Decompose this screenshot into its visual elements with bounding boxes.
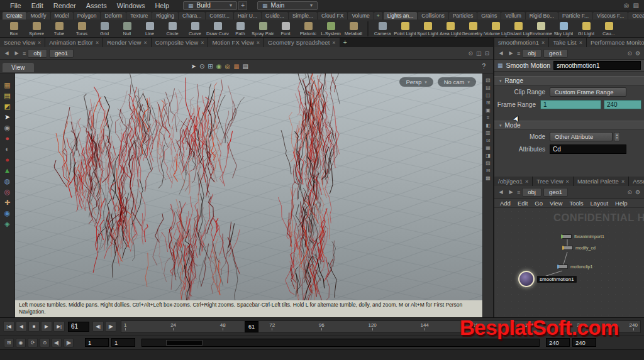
- pin-icon[interactable]: ⊙: [627, 50, 632, 57]
- shelf-tool[interactable]: Metaball: [342, 21, 365, 36]
- menu-icon[interactable]: ≡: [517, 50, 520, 57]
- menu-item[interactable]: File: [5, 1, 26, 10]
- add-shelf-tab-button[interactable]: +: [374, 12, 382, 19]
- node-motionclip1[interactable]: motionclip1: [557, 265, 592, 269]
- pose-tool-icon[interactable]: ◎: [4, 188, 11, 195]
- close-icon[interactable]: ×: [579, 40, 582, 46]
- shelf-tool[interactable]: Path: [229, 21, 252, 36]
- shelf-tab[interactable]: Rigid Bo...: [526, 12, 558, 19]
- camera-menu-nocam[interactable]: No cam ▾: [438, 77, 476, 87]
- shelf-tool[interactable]: Grid: [93, 21, 116, 36]
- shelf-tab[interactable]: Oceans: [628, 12, 644, 19]
- shelf-tool[interactable]: Geometry Light: [462, 21, 484, 36]
- notes-icon[interactable]: ▤: [4, 92, 10, 99]
- visibility-icon[interactable]: ◐: [5, 145, 9, 153]
- character-icon[interactable]: ◍: [4, 177, 11, 185]
- back-icon[interactable]: ◀: [3, 49, 11, 57]
- viewport-help-icon[interactable]: ?: [482, 63, 491, 70]
- jump-to-end-button[interactable]: ▶|: [53, 321, 65, 332]
- audio-icon[interactable]: ◉: [16, 338, 26, 347]
- attributes-field[interactable]: [550, 145, 626, 154]
- network-menu-item[interactable]: Add: [500, 200, 511, 207]
- shelf-tool[interactable]: Point Light: [394, 21, 416, 36]
- shelf-tool[interactable]: Sphere: [25, 21, 48, 36]
- shelf-tab[interactable]: Texture: [126, 12, 152, 19]
- jump-to-start-button[interactable]: |◀: [3, 321, 14, 332]
- shelf-tab[interactable]: Lights an...: [384, 12, 418, 19]
- shelf-tab[interactable]: Viscous F...: [593, 12, 628, 19]
- global-range-start-field[interactable]: [85, 338, 109, 347]
- pane-tab[interactable]: Composite View ×: [152, 38, 209, 47]
- display-flag-icon[interactable]: ▲: [4, 166, 11, 174]
- close-icon[interactable]: ×: [621, 178, 625, 185]
- multi-snap-icon[interactable]: ◎: [225, 63, 230, 70]
- viewport-canvas[interactable]: Persp ▾ No cam ▾ Left mouse tumbles. Mid…: [15, 74, 482, 317]
- split-pane-icon[interactable]: ◫: [476, 50, 482, 57]
- view-tool-tab[interactable]: View: [3, 63, 34, 72]
- node-name-field[interactable]: [553, 61, 641, 70]
- range-next-icon[interactable]: |▶: [64, 338, 74, 347]
- shelf-tool[interactable]: Spray Paint: [252, 21, 274, 36]
- shelf-tool[interactable]: Cau...: [597, 21, 620, 36]
- breadcrumb-obj[interactable]: obj: [522, 49, 541, 58]
- forward-icon[interactable]: ▶: [507, 49, 515, 57]
- menu-item[interactable]: Render: [48, 1, 81, 10]
- shelf-tab[interactable]: Chara...: [179, 12, 205, 19]
- camera-lock-icon[interactable]: ◧: [486, 123, 491, 128]
- back-icon[interactable]: ◀: [497, 188, 505, 196]
- vertex-display-icon[interactable]: ◨: [486, 153, 491, 158]
- shelf-tool[interactable]: Camera: [371, 21, 394, 36]
- shelf-tab[interactable]: Particles: [449, 12, 477, 19]
- shelf-tab[interactable]: Model: [51, 12, 73, 19]
- shelf-tool[interactable]: Curve: [184, 21, 206, 36]
- breadcrumb-geo1[interactable]: geo1: [543, 49, 568, 58]
- network-menu-item[interactable]: Go: [535, 200, 543, 207]
- points-display-icon[interactable]: ⊡: [486, 138, 491, 143]
- next-keyframe-button[interactable]: |▶: [105, 321, 116, 332]
- menu-item[interactable]: Help: [150, 1, 174, 10]
- snapshot-icon[interactable]: ▣: [486, 107, 491, 113]
- network-menu-item[interactable]: Help: [615, 200, 628, 207]
- lock-icon[interactable]: ◉: [4, 124, 11, 131]
- breadcrumb-geo1[interactable]: geo1: [543, 188, 568, 197]
- hand-tool-icon[interactable]: ✚: [4, 199, 10, 206]
- shading-mode-icon[interactable]: ▧: [486, 77, 491, 83]
- pane-tab[interactable]: /obj/geo1 ×: [494, 177, 533, 186]
- render-flag-icon[interactable]: ●: [5, 156, 9, 163]
- node-smoothmotion1[interactable]: smoothmotion1: [518, 271, 577, 287]
- display-set-icon[interactable]: ▩: [486, 175, 491, 181]
- pane-tab[interactable]: Take List ×: [549, 38, 587, 47]
- shelf-tab[interactable]: Guide...: [262, 12, 288, 19]
- forward-icon[interactable]: ▶: [13, 49, 21, 57]
- shelf-tool[interactable]: Volume Light: [484, 21, 507, 36]
- mode-dropdown[interactable]: Other Attribute: [550, 132, 613, 141]
- select-arrow-icon[interactable]: ➤: [4, 113, 10, 121]
- shelf-tab[interactable]: Simple...: [289, 12, 317, 19]
- frame-end-field[interactable]: [604, 100, 641, 109]
- secure-selection-icon[interactable]: ⊙: [199, 63, 204, 70]
- node-fbxanimimport1[interactable]: fbxanimimport1: [561, 234, 604, 239]
- node-modify-cd[interactable]: modify_cd: [562, 246, 596, 250]
- stop-button[interactable]: ■: [28, 321, 40, 332]
- pane-tab[interactable]: Asset Brow ×: [629, 177, 644, 186]
- play-button[interactable]: ▶: [41, 321, 52, 332]
- shelf-tab[interactable]: Hair U...: [234, 12, 261, 19]
- shelf-tool[interactable]: Circle: [161, 21, 184, 36]
- frame-start-field[interactable]: [540, 100, 601, 109]
- shelf-tab[interactable]: Particle F...: [558, 12, 592, 19]
- shelf-tool[interactable]: Draw Curve: [206, 21, 229, 36]
- playback-mode-icon[interactable]: ⊞: [4, 338, 14, 347]
- pane-tab[interactable]: Material Palette ×: [574, 177, 629, 186]
- network-menu-item[interactable]: Layout: [591, 200, 609, 207]
- material-icon[interactable]: ●: [5, 134, 9, 142]
- menu-item[interactable]: Windows: [112, 1, 150, 10]
- shelf-tool[interactable]: L-System: [319, 21, 342, 36]
- shelf-tool[interactable]: Null: [116, 21, 138, 36]
- current-frame-field[interactable]: [68, 322, 89, 332]
- shelf-tab[interactable]: Constr...: [206, 12, 233, 19]
- ghost-objects-icon[interactable]: ▦: [233, 63, 239, 70]
- message-log-icon[interactable]: ▤: [633, 2, 639, 9]
- wireframe-icon[interactable]: ▤: [486, 85, 491, 90]
- shelf-tool[interactable]: Area Light: [439, 21, 462, 36]
- network-canvas[interactable]: CONFIDENTIAL H19.5 fbxanimimport1 modify…: [494, 208, 644, 317]
